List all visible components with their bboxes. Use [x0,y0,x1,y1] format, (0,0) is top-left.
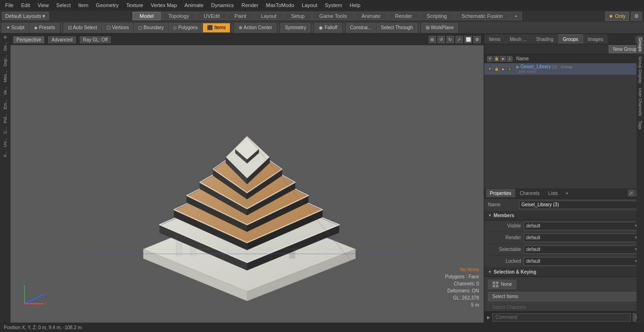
selectable-dropdown[interactable]: default ▼ [524,245,640,254]
panel-tab-images[interactable]: Images [583,34,608,44]
group-render-icon[interactable]: ▶ [500,66,506,72]
tab-setup[interactable]: Setup [284,12,312,20]
advanced-btn[interactable]: Advanced [48,36,75,43]
select-through-button[interactable]: Select Through [377,23,417,32]
menu-texture[interactable]: Texture [123,1,147,9]
menu-render[interactable]: Render [238,1,262,9]
action-center-button[interactable]: ⊕ Action Center [234,23,277,32]
falloff-button[interactable]: ◉ Falloff [314,23,341,32]
gear-button[interactable]: ⚙ [631,12,642,21]
menu-item[interactable]: Item [75,1,91,9]
right-tab-group-display[interactable]: Group Display [637,55,644,85]
symmetry-button[interactable]: Symmetry [281,23,310,32]
select-channels-button[interactable]: Select Channels [488,303,640,312]
perspective-btn[interactable]: Perspective [13,36,44,43]
command-input[interactable] [492,313,631,322]
sidebar-item-c[interactable]: C... [2,125,8,136]
selection-keying-section[interactable]: ▼ Selection & Keying [484,267,644,277]
visible-dropdown[interactable]: default ▼ [524,222,640,230]
auto-select-button[interactable]: ⊡ Auto Select [64,23,101,32]
menu-geometry[interactable]: Geometry [92,1,122,9]
sidebar-item-de[interactable]: De... [2,40,8,53]
star-only-label[interactable]: ★ Only [605,12,629,21]
select-items-button[interactable]: Select Items [488,292,640,301]
boundary-button[interactable]: ◻ Boundary [134,23,168,32]
menu-layout[interactable]: Layout [298,1,321,9]
menu-animate[interactable]: Animate [181,1,206,9]
panel-tab-groups[interactable]: Groups [558,34,583,44]
sidebar-item-pol[interactable]: Pol... [2,112,8,125]
members-section[interactable]: ▼ Members [484,211,644,220]
layout-dropdown[interactable]: Default Layouts ▾ [2,12,49,20]
presets-button[interactable]: ◈ Presets [30,23,59,32]
menu-view[interactable]: View [34,1,52,9]
selection-keying-label: Selection & Keying [494,269,537,275]
polygons-button[interactable]: ◇ Polygons [169,23,202,32]
render-icon[interactable]: ▶ [500,56,506,62]
items-button[interactable]: ⬛ Items [203,23,230,32]
menu-vertex-map[interactable]: Vertex Map [148,1,181,9]
name-input[interactable] [519,201,640,209]
right-tab-groups[interactable]: Groups [637,36,644,54]
tab-render[interactable]: Render [388,12,419,20]
sidebar-item-em[interactable]: Em... [2,97,8,111]
tab-layout[interactable]: Layout [254,12,283,20]
right-tab-user-channels[interactable]: User Channels [637,86,644,118]
menu-file[interactable]: File [2,1,17,9]
tab-scripting[interactable]: Scripting [420,12,454,20]
viewport[interactable]: Perspective Advanced Ray GL: Off ⊞ ↺ ↻ ⤢… [10,34,484,323]
lock-icon[interactable]: 🔒 [494,56,499,62]
viewport-icon-5[interactable]: ⬜ [464,36,472,43]
props-tab-lists[interactable]: Lists [545,189,562,197]
svg-rect-54 [493,282,495,284]
vertices-button[interactable]: ⬡ Vertices [102,23,133,32]
menu-maxtomodo[interactable]: MaxToModo [263,1,297,9]
sidebar-item-uv[interactable]: UV... [2,136,8,149]
none-button[interactable]: None [488,280,516,289]
locked-label: Locked [488,259,521,264]
constraints-button[interactable]: Constrai... [346,23,376,32]
render-dropdown[interactable]: default ▼ [524,234,640,242]
menu-select[interactable]: Select [53,1,74,9]
viewport-icon-6[interactable]: ⚙ [473,36,481,43]
viewport-icon-4[interactable]: ⤢ [455,36,463,43]
tab-model[interactable]: Model [132,12,161,20]
locked-dropdown[interactable]: default ▼ [524,257,640,266]
group-visible-icon[interactable]: 👁 [487,66,493,72]
menu-dynamics[interactable]: Dynamics [208,1,237,9]
menu-help[interactable]: Help [347,1,364,9]
viewport-icon-2[interactable]: ↺ [438,36,445,43]
right-tab-tags[interactable]: Tags [637,119,644,131]
tab-topology[interactable]: Topology [161,12,196,20]
sidebar-item-dup[interactable]: Dup... [2,53,8,68]
viewport-icon-1[interactable]: ⊞ [429,36,436,43]
props-tab-properties[interactable]: Properties [486,189,515,197]
sidebar-item-f[interactable]: F... [2,149,8,159]
locked-row: Locked default ▼ [484,256,644,267]
tab-plus[interactable]: + [510,12,521,20]
props-expand-icon[interactable]: ⤢ [628,190,635,196]
panel-tab-shading[interactable]: Shading [531,34,558,44]
tab-paint[interactable]: Paint [227,12,253,20]
workplane-button[interactable]: ⊞ WorkPlane [421,23,458,32]
tab-gametools[interactable]: Game Tools [312,12,354,20]
menu-edit[interactable]: Edit [18,1,33,9]
sidebar-item-mes[interactable]: Mes... [2,69,8,84]
panel-tab-mesh[interactable]: Mesh ... [505,34,531,44]
tab-schematic[interactable]: Schematic Fusion [454,12,510,20]
sidebar-item-ve[interactable]: Ve... [2,85,8,97]
group-lock-icon[interactable]: 🔒 [494,66,499,72]
tab-uvedit[interactable]: UVEdit [197,12,227,20]
info-icon[interactable]: ℹ [507,56,512,62]
tab-animate[interactable]: Animate [355,12,388,20]
viewport-icon-3[interactable]: ↻ [446,36,454,43]
group-info-icon[interactable]: ℹ [507,66,512,72]
raygl-btn[interactable]: Ray GL: Off [80,36,111,43]
sculpt-button[interactable]: ✦ Sculpt [2,23,29,32]
group-item-row[interactable]: 👁 🔒 ▶ ℹ ▶ Geisel_Library (3) : Group 348… [484,63,644,75]
visibility-icon[interactable]: 👁 [487,56,493,62]
props-tab-plus[interactable]: + [562,189,571,197]
props-tab-channels[interactable]: Channels [516,189,544,197]
menu-system[interactable]: System [322,1,346,9]
panel-tab-items[interactable]: Items [484,34,505,44]
